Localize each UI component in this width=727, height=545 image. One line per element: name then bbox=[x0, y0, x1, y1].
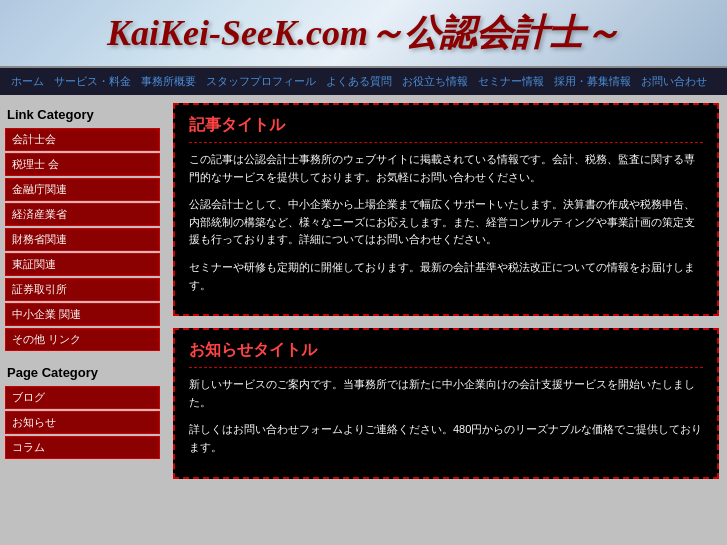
sidebar-link-item[interactable]: 中小企業 関連 bbox=[5, 303, 160, 326]
sidebar-link-item[interactable]: 金融庁関連 bbox=[5, 178, 160, 201]
sidebar-link-item[interactable]: 会計士会 bbox=[5, 128, 160, 151]
article-body: この記事は公認会計士事務所のウェブサイトに掲載されている情報です。会計、税務、監… bbox=[189, 151, 703, 294]
sidebar-link-item[interactable]: 東証関連 bbox=[5, 253, 160, 276]
article-paragraph: 詳しくはお問い合わせフォームよりご連絡ください。480円からのリーズナブルな価格… bbox=[189, 421, 703, 456]
page-category-title: Page Category bbox=[5, 361, 160, 384]
sidebar-link-item[interactable]: 経済産業省 bbox=[5, 203, 160, 226]
sidebar-page-item[interactable]: コラム bbox=[5, 436, 160, 459]
sidebar-page-item[interactable]: お知らせ bbox=[5, 411, 160, 434]
link-category-title: Link Category bbox=[5, 103, 160, 126]
article-box: 記事タイトルこの記事は公認会計士事務所のウェブサイトに掲載されている情報です。会… bbox=[173, 103, 719, 316]
article-box: お知らせタイトル新しいサービスのご案内です。当事務所では新たに中小企業向けの会計… bbox=[173, 328, 719, 478]
sidebar: Link Category 会計士会税理士 会金融庁関連経済産業省財務省関連東証… bbox=[0, 95, 165, 545]
nav-item[interactable]: ホーム bbox=[8, 72, 47, 91]
article-paragraph: 新しいサービスのご案内です。当事務所では新たに中小企業向けの会計支援サービスを開… bbox=[189, 376, 703, 411]
site-logo: KaiKei-SeeK.com～公認会計士～ bbox=[107, 9, 620, 58]
nav-item[interactable]: 事務所概要 bbox=[138, 72, 199, 91]
nav-item[interactable]: 採用・募集情報 bbox=[551, 72, 634, 91]
article-paragraph: 公認会計士として、中小企業から上場企業まで幅広くサポートいたします。決算書の作成… bbox=[189, 196, 703, 249]
sidebar-page-items: ブログお知らせコラム bbox=[5, 386, 160, 459]
nav-item[interactable]: スタッフプロフィール bbox=[203, 72, 319, 91]
sidebar-link-item[interactable]: 税理士 会 bbox=[5, 153, 160, 176]
site-header: KaiKei-SeeK.com～公認会計士～ bbox=[0, 0, 727, 68]
sidebar-link-item[interactable]: その他 リンク bbox=[5, 328, 160, 351]
sidebar-link-item[interactable]: 財務省関連 bbox=[5, 228, 160, 251]
articles-container: 記事タイトルこの記事は公認会計士事務所のウェブサイトに掲載されている情報です。会… bbox=[173, 103, 719, 479]
article-paragraph: この記事は公認会計士事務所のウェブサイトに掲載されている情報です。会計、税務、監… bbox=[189, 151, 703, 186]
article-body: 新しいサービスのご案内です。当事務所では新たに中小企業向けの会計支援サービスを開… bbox=[189, 376, 703, 456]
sidebar-link-item[interactable]: 証券取引所 bbox=[5, 278, 160, 301]
nav-item[interactable]: お問い合わせ bbox=[638, 72, 710, 91]
main-wrapper: Link Category 会計士会税理士 会金融庁関連経済産業省財務省関連東証… bbox=[0, 95, 727, 545]
sidebar-link-items: 会計士会税理士 会金融庁関連経済産業省財務省関連東証関連証券取引所中小企業 関連… bbox=[5, 128, 160, 351]
nav-item[interactable]: よくある質問 bbox=[323, 72, 395, 91]
navbar: ホームサービス・料金事務所概要スタッフプロフィールよくある質問お役立ち情報セミナ… bbox=[0, 68, 727, 95]
article-paragraph: セミナーや研修も定期的に開催しております。最新の会計基準や税法改正についての情報… bbox=[189, 259, 703, 294]
nav-item[interactable]: セミナー情報 bbox=[475, 72, 547, 91]
sidebar-page-item[interactable]: ブログ bbox=[5, 386, 160, 409]
nav-item[interactable]: お役立ち情報 bbox=[399, 72, 471, 91]
article-title: 記事タイトル bbox=[189, 115, 703, 143]
article-title: お知らせタイトル bbox=[189, 340, 703, 368]
content-area: 記事タイトルこの記事は公認会計士事務所のウェブサイトに掲載されている情報です。会… bbox=[165, 95, 727, 545]
nav-item[interactable]: サービス・料金 bbox=[51, 72, 134, 91]
